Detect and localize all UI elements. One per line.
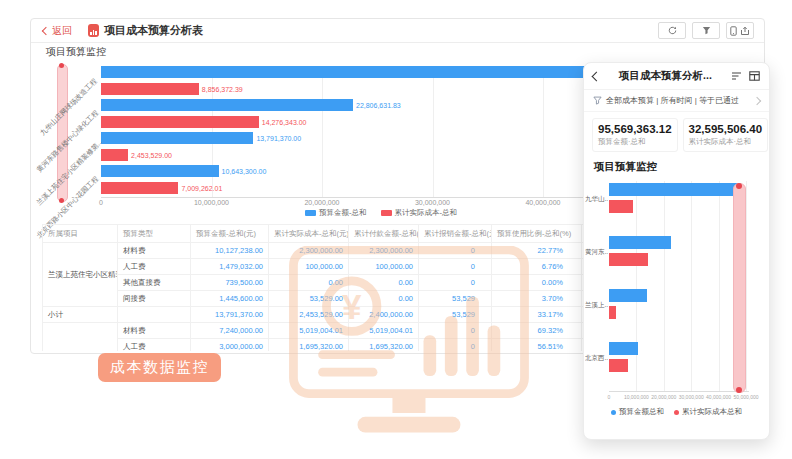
value-cell[interactable]: 1,445,600.00 (191, 291, 269, 307)
value-cell[interactable]: 5,019,004.01 (269, 323, 349, 339)
project-cell (43, 323, 118, 352)
budget-bar (609, 183, 741, 196)
chart-legend: 预算金额-总和 累计实际成本-总和 (101, 208, 661, 218)
budget-bar (609, 342, 638, 355)
value-cell[interactable]: 2,453,529.00 (269, 307, 349, 323)
scrollbar-handle-bottom[interactable] (736, 387, 742, 393)
slider-handle-top[interactable] (59, 63, 64, 68)
chevron-right-icon (753, 96, 761, 104)
value-cell[interactable]: 3,000,000.00 (191, 339, 269, 352)
metric-label: 预算金额·总和 (598, 137, 672, 147)
value-cell[interactable]: 5,019,004.01 (349, 323, 419, 339)
value-cell[interactable]: 2,300,000.00 (349, 243, 419, 259)
mobile-filter-text: 全部成本预算 | 所有时间 | 等于已通过 (606, 95, 739, 106)
gridline (691, 181, 692, 391)
value-cell[interactable]: 13,791,370.00 (191, 307, 269, 323)
value-cell[interactable]: 0 (419, 323, 492, 339)
value-cell[interactable]: 2,300,000.00 (269, 243, 349, 259)
gridline (636, 181, 637, 391)
report-icon (88, 24, 99, 37)
share-export-button[interactable] (726, 22, 754, 39)
grid-icon[interactable] (749, 71, 760, 81)
gridline (664, 181, 665, 391)
mobile-filter-bar[interactable]: 全部成本预算 | 所有时间 | 等于已通过 (584, 90, 769, 112)
value-cell[interactable]: 53,529 (419, 291, 492, 307)
value-cell[interactable]: 33.17% (492, 307, 582, 323)
phone-icon (730, 26, 737, 36)
refresh-button[interactable] (658, 22, 686, 39)
legend-item-budget[interactable]: 预算金额总和 (611, 407, 664, 417)
legend-item-actual[interactable]: 累计实际成本-总和 (381, 208, 458, 218)
value-cell[interactable]: 3.70% (492, 291, 582, 307)
value-cell[interactable]: 1,695,320.00 (269, 339, 349, 352)
project-cell: 兰溪上苑住宅小区精装修第... (43, 243, 118, 307)
value-cell[interactable]: 0 (419, 259, 492, 275)
value-cell[interactable]: 0 (419, 339, 492, 352)
column-header: 预算使用比例-总和(%) (492, 225, 582, 243)
type-cell: 人工费 (118, 259, 191, 275)
scrollbar-handle-top[interactable] (736, 183, 742, 189)
value-cell[interactable]: 1,479,032.00 (191, 259, 269, 275)
gridline (719, 181, 720, 391)
column-header: 累计付款金额-总和(元) (349, 225, 419, 243)
x-tick-label: 50,000,000 (726, 394, 766, 400)
value-cell[interactable]: 22.77% (492, 243, 582, 259)
value-cell[interactable]: 56.51% (492, 339, 582, 352)
column-header: 累计实际成本-总和(元) (269, 225, 349, 243)
filter-icon (702, 26, 711, 35)
page-title: 项目成本预算分析表 (104, 23, 203, 38)
section-title: 项目预算监控 (46, 45, 106, 59)
window-topbar: 返回 项目成本预算分析表 (31, 19, 764, 43)
actual-bar (609, 359, 628, 372)
toolbar (658, 22, 754, 39)
type-cell (118, 307, 191, 323)
back-button[interactable]: 返回 (43, 24, 72, 38)
actual-bar (609, 306, 616, 319)
value-cell[interactable]: 6.76% (492, 259, 582, 275)
value-cell[interactable]: 0.00 (269, 275, 349, 291)
value-cell[interactable]: 10,127,238.00 (191, 243, 269, 259)
value-cell[interactable]: 1,695,320.00 (349, 339, 419, 352)
mobile-header-icons (731, 71, 760, 81)
value-cell[interactable]: 7,240,000.00 (191, 323, 269, 339)
funnel-icon (593, 96, 602, 105)
x-axis (609, 391, 749, 392)
slider-handle-bottom[interactable] (59, 198, 64, 203)
legend-item-actual[interactable]: 累计实际成本总和 (674, 407, 742, 417)
legend-item-budget[interactable]: 预算金额-总和 (305, 208, 367, 218)
value-cell[interactable]: 739,500.00 (191, 275, 269, 291)
chart-range-slider[interactable] (57, 64, 68, 202)
category-label: 北京西... (585, 354, 608, 363)
mobile-chart-scrollbar[interactable] (733, 183, 746, 393)
value-cell[interactable]: 2,400,000.00 (349, 307, 419, 323)
sort-icon[interactable] (731, 71, 742, 81)
back-label: 返回 (52, 24, 72, 38)
value-cell[interactable]: 69.32% (492, 323, 582, 339)
mobile-metrics: 95,569,363.12 预算金额·总和 32,595,506.40 累计实际… (584, 112, 769, 155)
value-cell[interactable]: 0.00 (349, 275, 419, 291)
legend-dot-blue (611, 410, 616, 415)
legend-label: 累计实际成本总和 (682, 407, 742, 416)
value-cell[interactable]: 100,000.00 (349, 259, 419, 275)
type-cell: 人工费 (118, 339, 191, 352)
mobile-header: 项目成本预算分析... (584, 63, 769, 90)
metric-actual-total[interactable]: 32,595,506.40 累计实际成本·总和 (683, 118, 769, 152)
actual-bar (609, 200, 633, 213)
type-cell: 材料费 (118, 323, 191, 339)
value-cell[interactable]: 100,000.00 (269, 259, 349, 275)
value-cell[interactable]: 53,529.00 (269, 291, 349, 307)
value-cell[interactable]: 0 (419, 243, 492, 259)
value-cell[interactable]: 0.00% (492, 275, 582, 291)
callout-label: 成本数据监控 (98, 353, 221, 382)
filter-button[interactable] (692, 22, 720, 39)
category-label: 兰溪上... (585, 301, 608, 310)
gridline (746, 181, 747, 391)
metric-value: 32,595,506.40 (689, 123, 763, 135)
value-cell[interactable]: 53,529 (419, 307, 492, 323)
export-icon (740, 26, 750, 36)
value-cell[interactable]: 0 (419, 275, 492, 291)
type-cell: 间接费 (118, 291, 191, 307)
metric-budget-total[interactable]: 95,569,363.12 预算金额·总和 (592, 118, 678, 152)
column-header: 所属项目 (43, 225, 118, 243)
value-cell[interactable]: 0.00 (349, 291, 419, 307)
